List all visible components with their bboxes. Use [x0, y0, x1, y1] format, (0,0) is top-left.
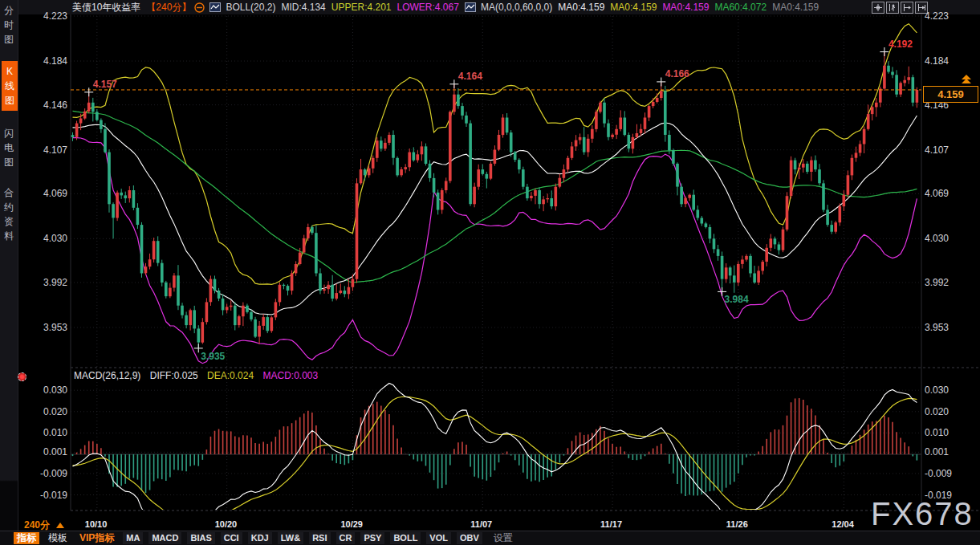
macd-tick-left: -0.009 [0, 468, 67, 479]
macd-tick-right: -0.009 [925, 468, 952, 479]
price-annotation: 4.157 [93, 79, 117, 90]
toolbar-item-PSY[interactable]: PSY [360, 532, 384, 544]
toolbar-item-MA[interactable]: MA [123, 532, 143, 544]
macd-tick-left: -0.019 [0, 490, 67, 501]
ma-value-1: MA0:4.159 [558, 2, 604, 13]
toolbar-item-CCI[interactable]: CCI [221, 532, 242, 544]
toolbar-item-MACD[interactable]: MACD [148, 532, 181, 544]
ma-value-4: MA60:4.072 [714, 2, 767, 13]
macd-dea-value: DEA:0.024 [207, 370, 254, 381]
sidebar: 分 时 图K 线 图闪 电 图合 约 资 料 [0, 0, 18, 545]
crosshair-icon[interactable] [872, 2, 884, 14]
price-tick-right: 4.069 [925, 188, 949, 199]
ma-value-2: MA0:4.159 [610, 2, 657, 13]
toolbar-item-RSI[interactable]: RSI [309, 532, 330, 544]
toolbar-item-OBV[interactable]: OBV [457, 532, 482, 544]
ma-value-5: MA0:4.159 [772, 2, 819, 13]
macd-diff-value: DIFF:0.025 [150, 370, 198, 381]
timeframe-up-triangle-icon [56, 523, 64, 528]
boll-lower-value: LOWER:4.067 [397, 2, 459, 13]
macd-tick-left: 0.010 [0, 427, 67, 438]
price-tick-left: 4.184 [0, 55, 67, 67]
price-tick-right: 4.107 [925, 144, 949, 156]
macd-tick-right: 0.001 [925, 446, 949, 458]
price-tick-left: 4.223 [0, 10, 67, 22]
boll-upper-value: UPPER:4.201 [331, 2, 392, 13]
price-tick-left: 3.953 [0, 322, 67, 333]
watermark: FX678 [871, 496, 974, 532]
price-up-arrows-icon [962, 75, 971, 83]
indicator-circle-icon[interactable] [194, 2, 205, 13]
macd-alarm-icon[interactable] [18, 372, 26, 381]
toolbar-item-KDJ[interactable]: KDJ [248, 532, 272, 544]
instrument-title: 美债10年收益率 [72, 1, 140, 14]
date-label: 11/07 [470, 519, 492, 529]
toolbar-item-BIAS[interactable]: BIAS [187, 532, 214, 544]
chart-canvas[interactable] [0, 0, 980, 545]
price-tick-left: 4.030 [0, 233, 67, 244]
macd-label: MACD(26,12,9) [74, 370, 140, 381]
chart-header: 美债10年收益率 【240分】 BOLL(20,2) MID:4.134 UPP… [18, 0, 980, 14]
price-annotation: 4.166 [665, 68, 689, 79]
timeframe-footer-label[interactable]: 240分 [24, 519, 50, 531]
macd-tick-left: 0.020 [0, 406, 67, 417]
pan-right-icon[interactable] [901, 2, 913, 14]
mini-chart-icon[interactable] [209, 2, 221, 12]
mini-chart-icon-2[interactable] [465, 2, 476, 12]
price-annotation: 4.164 [458, 71, 482, 82]
macd-tick-left: 0.001 [0, 446, 67, 458]
macd-tick-right: 0.010 [925, 427, 949, 438]
ma-values: MA0:4.159MA0:4.159MA0:4.159MA60:4.072MA0… [558, 2, 824, 13]
boll-mid-value: MID:4.134 [281, 2, 325, 13]
price-tick-right: 3.953 [925, 322, 949, 333]
price-tick-right: 3.992 [925, 277, 949, 288]
date-label: 11/26 [726, 519, 748, 529]
macd-tick-left: 0.030 [0, 384, 67, 396]
date-label: 10/29 [340, 519, 363, 529]
toolbar-item-设置[interactable]: 设置 [490, 532, 516, 544]
price-annotation: 3.984 [725, 294, 749, 305]
price-tick-left: 4.107 [0, 144, 67, 156]
ma-value-3: MA0:4.159 [662, 2, 709, 13]
bottom-toolbar: 指标模板VIP指标MAMACDBIASCCIKDJLW&RSICRPSYBOLL… [0, 531, 980, 545]
toolbar-item-VIP指标[interactable]: VIP指标 [76, 532, 117, 544]
chart-tool-icons [872, 2, 928, 14]
auto-scale-icon[interactable] [886, 2, 899, 14]
price-tick-right: 4.223 [925, 10, 949, 22]
price-annotation: 3.935 [201, 351, 225, 362]
price-tick-left: 3.992 [0, 277, 67, 288]
ma-group-label: MA(0,0,0,60,0,0) [481, 2, 552, 13]
price-tick-left: 4.069 [0, 188, 67, 199]
toolbar-item-LW&[interactable]: LW& [278, 532, 303, 544]
date-label: 10/20 [215, 519, 238, 529]
toolbar-item-VOL[interactable]: VOL [426, 532, 451, 544]
macd-macd-value: MACD:0.003 [262, 370, 318, 381]
toolbar-item-指标[interactable]: 指标 [14, 532, 39, 544]
trading-app: 美债10年收益率 【240分】 BOLL(20,2) MID:4.134 UPP… [0, 0, 980, 545]
price-tick-right: 4.030 [925, 233, 949, 244]
date-label: 12/04 [832, 519, 854, 529]
current-price-badge: 4.159 [923, 86, 978, 103]
date-label: 11/17 [600, 519, 622, 529]
macd-tick-right: 0.030 [925, 384, 949, 396]
boll-label: BOLL(20,2) [226, 2, 275, 13]
macd-tick-right: 0.020 [925, 406, 949, 417]
date-label: 10/10 [85, 519, 108, 529]
toolbar-item-BOLL[interactable]: BOLL [390, 532, 421, 544]
price-annotation: 4.192 [889, 39, 913, 50]
price-tick-right: 4.184 [925, 55, 949, 67]
toolbar-item-模板[interactable]: 模板 [45, 532, 71, 544]
timeframe-label[interactable]: 【240分】 [146, 1, 191, 14]
price-tick-left: 4.146 [0, 100, 67, 111]
toolbar-item-CR[interactable]: CR [336, 532, 356, 544]
macd-header: MACD(26,12,9) DIFF:0.025 DEA:0.024 MACD:… [74, 370, 324, 381]
